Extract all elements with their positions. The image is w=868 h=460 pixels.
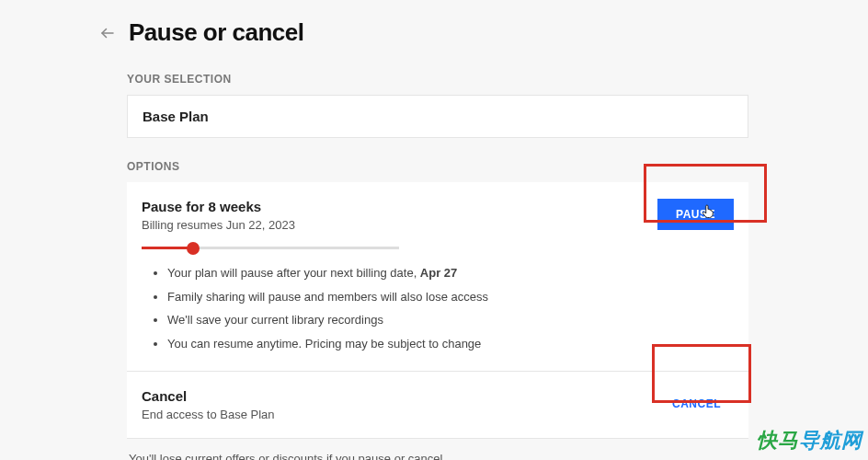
pause-option-card: Pause for 8 weeks Billing resumes Jun 22… — [127, 182, 748, 372]
selected-plan-name: Base Plan — [143, 109, 733, 124]
pause-duration-slider[interactable] — [142, 247, 399, 249]
list-item: You can resume anytime. Pricing may be s… — [167, 335, 734, 353]
slider-thumb[interactable] — [187, 242, 200, 255]
list-item: Family sharing will pause and members wi… — [167, 288, 734, 306]
back-arrow-icon[interactable] — [99, 25, 116, 41]
cancel-option-card: Cancel End access to Base Plan CANCEL — [127, 372, 748, 439]
billing-date: Apr 27 — [420, 266, 457, 280]
selection-card: Base Plan — [127, 95, 748, 138]
cancel-option-subtitle: End access to Base Plan — [142, 408, 659, 421]
pause-details-list: Your plan will pause after your next bil… — [142, 264, 734, 352]
your-selection-label: YOUR SELECTION — [127, 73, 748, 86]
slider-fill — [142, 247, 193, 249]
page-header: Pause or cancel — [0, 18, 868, 47]
cancel-option-title: Cancel — [142, 388, 659, 404]
footer-warning: You'll lose current offers or discounts … — [127, 452, 748, 460]
cancel-button[interactable]: CANCEL — [659, 388, 734, 420]
bullet-text: Your plan will pause after your next bil… — [167, 266, 420, 280]
pause-button[interactable]: PAUSE — [657, 199, 734, 230]
list-item: Your plan will pause after your next bil… — [167, 264, 734, 282]
pause-option-title: Pause for 8 weeks — [142, 199, 657, 214]
options-label: OPTIONS — [127, 160, 748, 173]
page-title: Pause or cancel — [129, 18, 304, 47]
pause-option-subtitle: Billing resumes Jun 22, 2023 — [142, 218, 657, 232]
list-item: We'll save your current library recordin… — [167, 311, 734, 329]
